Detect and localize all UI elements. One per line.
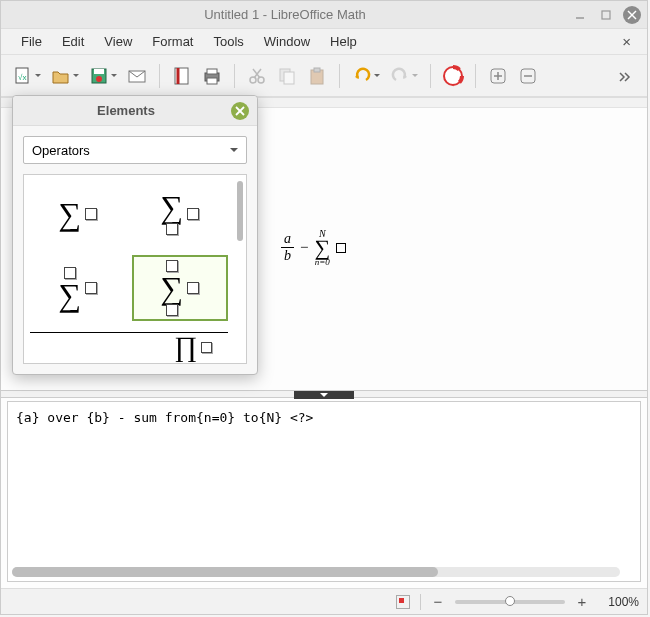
svg-rect-12 — [207, 69, 217, 74]
cut-button[interactable] — [243, 62, 271, 90]
menu-help[interactable]: Help — [320, 30, 367, 53]
new-document-button[interactable]: √x — [9, 62, 37, 90]
redo-button[interactable] — [386, 62, 414, 90]
sigma-icon: ∑ — [59, 281, 82, 309]
print-button[interactable] — [198, 62, 226, 90]
vertical-scrollbar[interactable] — [626, 406, 636, 561]
sigma-icon: ∑ — [161, 274, 184, 302]
operator-product-peek[interactable]: ∏ — [174, 331, 212, 363]
svg-rect-21 — [314, 68, 320, 72]
sum-lower-limit: n=0 — [315, 257, 330, 267]
svg-rect-7 — [94, 69, 104, 74]
formula-preview: a b − N ∑ n=0 — [281, 228, 346, 267]
undo-button[interactable] — [348, 62, 376, 90]
fraction: a b — [281, 231, 294, 264]
open-button[interactable] — [47, 62, 75, 90]
command-text: {a} over {b} - sum from{n=0} to{N} <?> — [16, 410, 313, 425]
fraction-numerator: a — [281, 231, 294, 248]
elements-panel-titlebar[interactable]: Elements — [13, 96, 257, 126]
svg-point-22 — [444, 67, 462, 85]
fraction-denominator: b — [281, 248, 294, 264]
operand-placeholder-icon — [201, 342, 212, 353]
modified-indicator-icon[interactable] — [396, 595, 410, 609]
operand-placeholder-icon — [187, 282, 199, 294]
lower-limit-placeholder-icon — [166, 304, 178, 316]
operator-sum-from-to[interactable]: ∑ — [132, 255, 228, 321]
lower-limit-placeholder-icon — [166, 223, 178, 235]
svg-point-14 — [250, 77, 256, 83]
scrollbar-thumb[interactable] — [12, 567, 438, 577]
elements-panel: Elements Operators ∑ — [12, 95, 258, 375]
statusbar: − + 100% — [1, 588, 647, 614]
elements-panel-close-button[interactable] — [231, 102, 249, 120]
svg-rect-19 — [284, 72, 294, 84]
email-button[interactable] — [123, 62, 151, 90]
operator-sum-from[interactable]: ∑ — [132, 181, 228, 247]
operator-sum[interactable]: ∑ — [30, 181, 126, 247]
sigma-icon: ∑ — [161, 193, 184, 221]
menu-tools[interactable]: Tools — [203, 30, 253, 53]
summation: N ∑ n=0 — [314, 228, 330, 267]
sigma-icon: ∑ — [314, 239, 330, 257]
toolbar: √x — [1, 55, 647, 97]
elements-category-value: Operators — [32, 143, 90, 158]
document-close-button[interactable]: × — [616, 31, 637, 52]
formula-placeholder — [336, 243, 346, 253]
elements-scrollbar[interactable] — [237, 181, 243, 241]
operator-sum-to[interactable]: ∑ — [30, 255, 126, 321]
zoom-slider-knob[interactable] — [505, 596, 515, 606]
paste-button[interactable] — [303, 62, 331, 90]
operand-placeholder-icon — [85, 208, 97, 220]
menu-window[interactable]: Window — [254, 30, 320, 53]
svg-point-8 — [96, 76, 102, 82]
zoom-out-button[interactable] — [514, 62, 542, 90]
menu-edit[interactable]: Edit — [52, 30, 94, 53]
copy-button[interactable] — [273, 62, 301, 90]
menubar: File Edit View Format Tools Window Help … — [1, 29, 647, 55]
window-minimize-button[interactable] — [571, 6, 589, 24]
operand-placeholder-icon — [85, 282, 97, 294]
svg-rect-1 — [602, 11, 610, 19]
zoom-out-status-button[interactable]: − — [431, 593, 445, 610]
menu-format[interactable]: Format — [142, 30, 203, 53]
horizontal-scrollbar[interactable] — [12, 567, 620, 577]
elements-grid: ∑ ∑ — [23, 174, 247, 364]
menu-file[interactable]: File — [11, 30, 52, 53]
elements-panel-title: Elements — [21, 103, 231, 118]
window-close-button[interactable] — [623, 6, 641, 24]
svg-rect-13 — [207, 78, 217, 84]
minus-sign: − — [300, 239, 308, 256]
window-maximize-button[interactable] — [597, 6, 615, 24]
zoom-in-button[interactable] — [484, 62, 512, 90]
save-button[interactable] — [85, 62, 113, 90]
svg-point-15 — [258, 77, 264, 83]
zoom-slider[interactable] — [455, 600, 565, 604]
sigma-icon: ∑ — [59, 200, 82, 228]
operand-placeholder-icon — [187, 208, 199, 220]
command-editor[interactable]: {a} over {b} - sum from{n=0} to{N} <?> — [7, 401, 641, 582]
pane-splitter[interactable] — [1, 390, 647, 398]
dropdown-arrow-icon — [230, 148, 238, 156]
export-pdf-button[interactable] — [168, 62, 196, 90]
window-title: Untitled 1 - LibreOffice Math — [7, 7, 563, 22]
elements-category-dropdown[interactable]: Operators — [23, 136, 247, 164]
titlebar: Untitled 1 - LibreOffice Math — [1, 1, 647, 29]
help-button[interactable] — [439, 62, 467, 90]
svg-text:√x: √x — [18, 73, 26, 82]
splitter-handle-icon — [294, 391, 354, 399]
menu-view[interactable]: View — [94, 30, 142, 53]
toolbar-overflow-button[interactable] — [611, 62, 639, 90]
pi-icon: ∏ — [174, 331, 197, 363]
zoom-level[interactable]: 100% — [599, 595, 639, 609]
zoom-in-status-button[interactable]: + — [575, 593, 589, 610]
